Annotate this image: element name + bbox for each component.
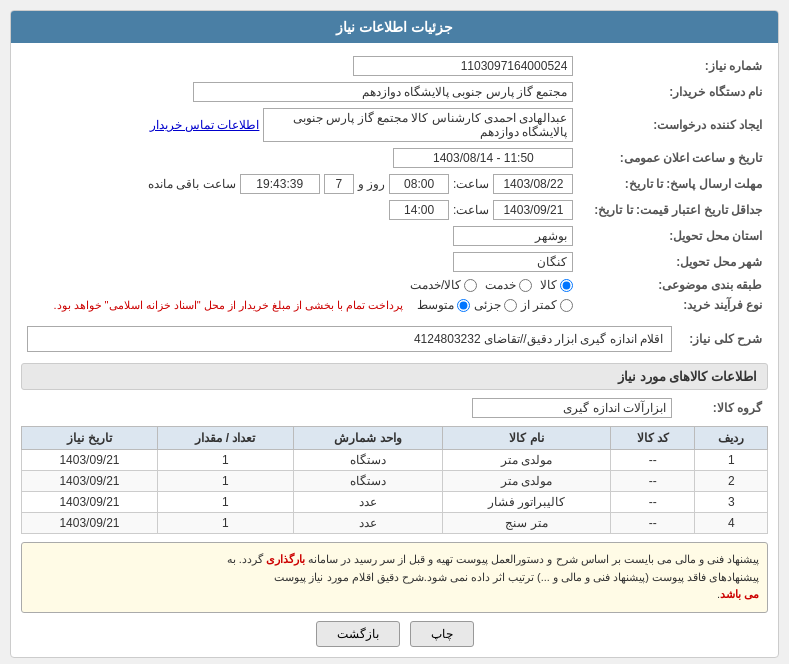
saat-label: ساعت: — [453, 177, 489, 191]
cell-name: متر سنج — [443, 513, 611, 534]
group-value: ابزارآلات اندازه گیری — [472, 398, 672, 418]
nooe-motavaset-option[interactable]: متوسط — [417, 298, 470, 312]
sharh-value: اقلام اندازه گیری ابزار دقیق//تقاضای 412… — [27, 326, 672, 352]
ijad-value: عبدالهادی احمدی کارشناس کالا مجتمع گاز پ… — [263, 108, 573, 142]
kalaaha-header: اطلاعات کالاهای مورد نیاز — [21, 363, 768, 390]
cell-tarikh: 1403/09/21 — [22, 492, 158, 513]
cell-tedad: 1 — [157, 450, 293, 471]
tabaqe-kala-option[interactable]: کالا — [540, 278, 573, 292]
cell-tarikh: 1403/09/21 — [22, 513, 158, 534]
rooz-label: روز و — [358, 177, 385, 191]
tabaqe-kala-khedmat-option[interactable]: کالا/خدمت — [410, 278, 477, 292]
cell-tedad: 1 — [157, 471, 293, 492]
bazgasht-button[interactable]: بازگشت — [316, 621, 400, 647]
nam-dastgah-value: مجتمع گاز پارس جنوبی پالایشگاه دوازدهم — [193, 82, 573, 102]
cell-name: مولدی متر — [443, 471, 611, 492]
nooe-jozii-option[interactable]: جزئی — [474, 298, 517, 312]
mohlat-label: مهلت ارسال پاسخ: تا تاریخ: — [579, 171, 768, 197]
cell-radif: 1 — [695, 450, 768, 471]
cell-tedad: 1 — [157, 513, 293, 534]
cell-vahed: عدد — [293, 492, 442, 513]
ostan-value: بوشهر — [453, 226, 573, 246]
col-kod: کد کالا — [611, 427, 695, 450]
cell-radif: 4 — [695, 513, 768, 534]
note-box: پیشنهاد فنی و مالی می بایست بر اساس شرح … — [21, 542, 768, 613]
jadval-label: جداقل تاریخ اعتبار قیمت: تا تاریخ: — [579, 197, 768, 223]
tarikh-label: تاریخ و ساعت اعلان عمومی: — [579, 145, 768, 171]
saat-mande-label: ساعت باقی مانده — [148, 177, 236, 191]
jadval-saat-label: ساعت: — [453, 203, 489, 217]
cell-kod: -- — [611, 513, 695, 534]
sharh-label: شرح کلی نیاز: — [678, 323, 768, 355]
col-tedad: تعداد / مقدار — [157, 427, 293, 450]
button-row: چاپ بازگشت — [21, 621, 768, 647]
shomara-niaz-value: 1103097164000524 — [353, 56, 573, 76]
cell-name: کالیبراتور فشار — [443, 492, 611, 513]
cell-tarikh: 1403/09/21 — [22, 450, 158, 471]
chap-button[interactable]: چاپ — [410, 621, 474, 647]
group-label: گروه کالا: — [678, 395, 768, 421]
tarikh-pasokh-date: 1403/08/22 — [493, 174, 573, 194]
ijad-label: ایجاد کننده درخواست: — [579, 105, 768, 145]
shahr-value: کنگان — [453, 252, 573, 272]
tarikh-pasokh-rooz: 7 — [324, 174, 354, 194]
jadval-saat: 14:00 — [389, 200, 449, 220]
nooe-farayand-label: نوع فرآیند خرید: — [579, 295, 768, 315]
col-vahed: واحد شمارش — [293, 427, 442, 450]
note-bold1: بارگذاری — [266, 553, 305, 565]
ostan-label: استان محل تحویل: — [579, 223, 768, 249]
nooe-kamtar-option[interactable]: کمتر از — [521, 298, 573, 312]
cell-kod: -- — [611, 471, 695, 492]
payament-note: پرداخت تمام با بخشی از مبلغ خریدار از مح… — [53, 299, 403, 312]
page-title: جزئیات اطلاعات نیاز — [11, 11, 778, 43]
etelaeat-tamas-link[interactable]: اطلاعات تماس خریدار — [150, 118, 260, 132]
tabaqe-label: طبقه بندی موضوعی: — [579, 275, 768, 295]
note-text1: پیشنهاد فنی و مالی می بایست بر اساس شرح … — [305, 553, 759, 565]
table-row: 1--مولدی متردستگاه11403/09/21 — [22, 450, 768, 471]
cell-kod: -- — [611, 450, 695, 471]
cell-vahed: دستگاه — [293, 471, 442, 492]
cell-radif: 2 — [695, 471, 768, 492]
tarikh-pasokh-mande: 19:43:39 — [240, 174, 320, 194]
shomara-niaz-label: شماره نیاز: — [579, 53, 768, 79]
tarikh-pasokh-saat: 08:00 — [389, 174, 449, 194]
cell-kod: -- — [611, 492, 695, 513]
table-row: 2--مولدی متردستگاه11403/09/21 — [22, 471, 768, 492]
cell-tarikh: 1403/09/21 — [22, 471, 158, 492]
cell-name: مولدی متر — [443, 450, 611, 471]
table-row: 4--متر سنجعدد11403/09/21 — [22, 513, 768, 534]
cell-vahed: دستگاه — [293, 450, 442, 471]
shahr-label: شهر محل تحویل: — [579, 249, 768, 275]
nam-dastgah-label: نام دستگاه خریدار: — [579, 79, 768, 105]
col-tarikh: تاریخ نیاز — [22, 427, 158, 450]
col-name: نام کالا — [443, 427, 611, 450]
note-bold2: می باشد — [720, 588, 759, 600]
col-radif: ردیف — [695, 427, 768, 450]
cell-radif: 3 — [695, 492, 768, 513]
tabaqe-khedmat-option[interactable]: خدمت — [485, 278, 532, 292]
cell-vahed: عدد — [293, 513, 442, 534]
cell-tedad: 1 — [157, 492, 293, 513]
table-row: 3--کالیبراتور فشارعدد11403/09/21 — [22, 492, 768, 513]
jadval-date: 1403/09/21 — [493, 200, 573, 220]
tarikh-value: 1403/08/14 - 11:50 — [393, 148, 573, 168]
